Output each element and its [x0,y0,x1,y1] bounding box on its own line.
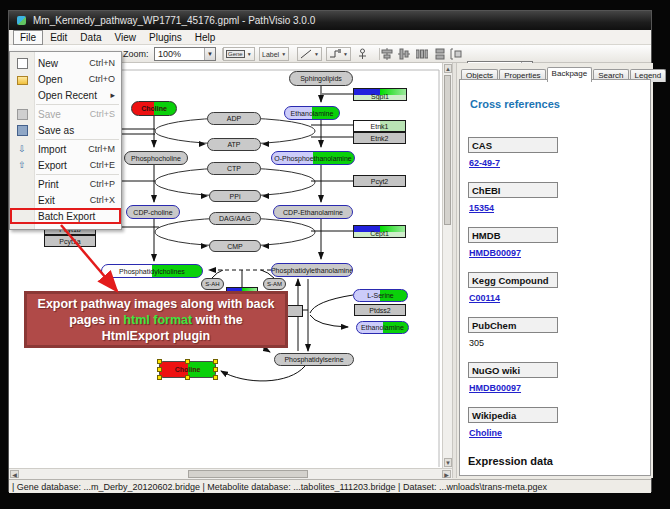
scroll-right-icon[interactable]: ▶ [442,470,451,478]
pathway-node-label: Etnk2 [371,135,389,142]
align-center-button[interactable] [381,47,393,61]
pathway-node-atp[interactable]: ATP [207,138,261,151]
pathway-node-cdp-ethanolamine[interactable]: CDP-Ethanolamine [273,205,353,219]
chevron-down-icon[interactable]: ▼ [247,51,252,57]
pathway-node-etnk1[interactable]: Etnk1 [353,120,406,132]
menu-item-shortcut: Ctrl+X [90,195,121,205]
chevron-down-icon[interactable]: ▼ [343,51,348,57]
menu-item-open[interactable]: OpenCtrl+O [10,71,121,87]
selection-handle[interactable] [157,367,162,372]
pathway-node-s-ah[interactable]: S-AH [201,278,224,290]
menu-item-save[interactable]: SaveCtrl+S [10,106,121,122]
add-label-button[interactable]: Label ▼ [259,47,289,61]
menu-item-import[interactable]: ⇩ImportCtrl+M [10,141,121,157]
canvas-vertical-scrollbar[interactable]: ▲ ▼ [442,63,452,468]
selection-handle[interactable] [185,359,190,364]
menubar-item-help[interactable]: Help [189,31,222,44]
tab-backpage[interactable]: Backpage [547,67,593,82]
selection-handle[interactable] [213,359,218,364]
menu-item-print[interactable]: PrintCtrl+P [10,176,121,192]
backpage-link-hmdb[interactable]: HMDB00097 [469,248,521,258]
selection-handle[interactable] [213,375,218,380]
pathway-node-choline[interactable]: Choline [159,361,216,378]
menu-item-new[interactable]: NewCtrl+N [10,55,121,71]
selection-handle[interactable] [157,375,162,380]
menu-item-save-as[interactable]: Save as [10,122,121,138]
menu-item-shortcut: Ctrl+O [89,74,121,84]
pathway-node-o-phosphoethanolamine[interactable]: O-Phosphoethanolamine [271,151,355,165]
pathway-node-adp[interactable]: ADP [207,112,261,125]
pathway-node-phosphatidylcholines[interactable]: Phosphatidylcholines [101,264,203,278]
scroll-up-icon[interactable]: ▲ [444,64,452,73]
pathway-node-phosphocholine[interactable]: Phosphocholine [124,151,188,165]
backpage-link-kegg-compound[interactable]: C00114 [469,293,500,303]
chevron-down-icon[interactable]: ▼ [204,48,215,60]
backpage-link-chebi[interactable]: 15354 [469,203,494,213]
save-icon [10,109,34,120]
anchor-tool-button[interactable] [357,47,368,61]
menu-item-exit[interactable]: ExitCtrl+X [10,192,121,208]
common-bounds-button[interactable] [450,47,462,61]
menu-item-label: New [34,58,89,69]
backpage-section-nugo-wiki: NuGO wiki [468,362,558,378]
menu-item-open-recent[interactable]: Open Recent▸ [10,87,121,103]
pathway-node-cdp-choline[interactable]: CDP-choline [126,205,180,219]
backpage-content[interactable]: Cross references CAS62-49-7ChEBI15354HMD… [459,79,651,476]
connector-tool-button[interactable]: ▼ [326,47,351,61]
pathway-node-sphingolipids[interactable]: Sphingolipids [289,71,353,86]
bounds-icon [450,48,462,60]
pathway-node-ppi[interactable]: PPi [209,190,261,202]
pathway-node-pcyt1a[interactable]: Pcyt1a [44,235,96,247]
pathway-node-cept1[interactable]: Cept1 [353,225,406,238]
pathway-node-etnk2[interactable]: Etnk2 [353,132,406,144]
pathway-node-pcyt2[interactable]: Pcyt2 [353,175,406,187]
pathway-node-choline[interactable]: Choline [131,101,177,116]
backpage-link-cas[interactable]: 62-49-7 [469,158,500,168]
chevron-down-icon[interactable]: ▼ [281,51,286,57]
pathway-node-s-am[interactable]: S-AM [263,278,286,290]
menubar-item-edit[interactable]: Edit [44,31,73,44]
pathway-node-dag-aag[interactable]: DAG/AAG [209,212,261,225]
menu-item-export[interactable]: ⇧ExportCtrl+E [10,157,121,173]
scroll-thumb[interactable] [188,470,308,478]
zoom-combo[interactable]: 100% ▼ [154,47,216,61]
add-gene-button[interactable]: Gene ▼ [223,47,255,61]
pathway-node-label: Ptdss2 [369,307,390,314]
pathway-node-ptdss2[interactable]: Ptdss2 [354,304,406,316]
pathway-node-label: Ethanolamine [291,110,334,117]
stack-vertical-button[interactable] [434,47,446,61]
pathway-node-sgpl1[interactable]: Sgpl1 [353,88,407,101]
pathway-node-label: CMP [227,243,243,250]
chevron-down-icon[interactable]: ▼ [314,51,319,57]
line-tool-button[interactable]: ▼ [297,47,322,61]
scroll-down-icon[interactable]: ▼ [444,458,452,467]
selection-handle[interactable] [185,375,190,380]
pathway-node-label: Pcyt1a [59,238,80,245]
pathway-node-ethanolamine[interactable]: Ethanolamine [284,106,340,120]
menu-item-batch-export[interactable]: Batch Export [10,208,121,224]
menubar-item-file[interactable]: File [13,30,43,45]
selection-handle[interactable] [213,367,218,372]
pathway-node-label: PPi [230,193,241,200]
pathway-node-cmp[interactable]: CMP [209,240,261,252]
pathway-node-phosphatidylethanolamine[interactable]: Phosphatidylethanolamine [271,263,353,277]
backpage-link-nugo-wiki[interactable]: HMDB00097 [469,383,521,393]
menubar-item-plugins[interactable]: Plugins [143,31,188,44]
menubar-item-data[interactable]: Data [74,31,107,44]
menubar-item-view[interactable]: View [108,31,142,44]
pathway-node-label: S-AM [267,281,282,287]
title-bar[interactable]: Mm_Kennedy_pathway_WP1771_45176.gpml - P… [9,11,651,30]
pathway-node-l-serine[interactable]: L-Serine [353,289,408,302]
menu-item-label: Open Recent [34,90,110,101]
pathway-node-phosphatidylserine[interactable]: Phosphatidylserine [274,353,354,366]
scroll-thumb[interactable] [444,75,451,225]
align-middle-button[interactable] [398,47,410,61]
scroll-left-icon[interactable]: ◀ [10,470,19,478]
distribute-horizontal-button[interactable] [416,47,428,61]
pathway-node-ctp[interactable]: CTP [207,162,261,175]
pathway-node-label: O-Phosphoethanolamine [274,155,351,162]
selection-handle[interactable] [157,359,162,364]
pathway-node-ethanolamine[interactable]: Ethanolamine [356,321,409,334]
backpage-link-wikipedia[interactable]: Choline [469,428,502,438]
canvas-horizontal-scrollbar[interactable]: ◀ ▶ [9,468,452,479]
